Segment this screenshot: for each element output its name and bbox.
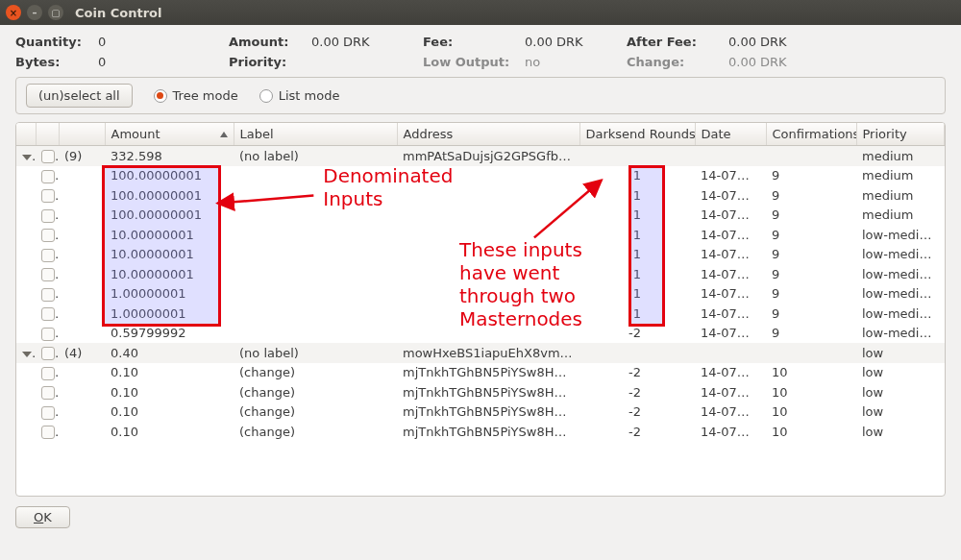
col-conf[interactable]: Confirmations bbox=[766, 123, 856, 146]
row-rounds: 1 bbox=[579, 304, 695, 324]
col-rounds[interactable]: Darksend Rounds bbox=[579, 123, 695, 146]
window-maximize-icon[interactable]: ▢ bbox=[48, 5, 63, 20]
row-date: 14-07… bbox=[695, 304, 766, 324]
table-row[interactable]: 100.00000001114-07…9medium bbox=[16, 206, 945, 226]
table-group-row[interactable]: (4)0.40(no label)mowHxeBS1iapuEhX8vm…low bbox=[16, 343, 945, 363]
row-checkbox[interactable] bbox=[41, 189, 55, 203]
row-amount: 0.10 bbox=[105, 382, 234, 402]
row-count bbox=[59, 382, 105, 402]
row-priority: low-medium bbox=[856, 225, 945, 245]
change-label: Change: bbox=[627, 55, 723, 69]
row-confirmations: 9 bbox=[766, 264, 856, 284]
col-toggle[interactable] bbox=[16, 123, 36, 146]
row-count: (9) bbox=[59, 146, 105, 166]
row-label bbox=[234, 185, 397, 206]
table-row[interactable]: 10.00000001114-07…9low-medium bbox=[16, 225, 945, 245]
table-row[interactable]: 10.00000001114-07…9low-medium bbox=[16, 245, 945, 265]
row-rounds: 1 bbox=[579, 206, 695, 226]
row-checkbox[interactable] bbox=[41, 386, 55, 400]
ok-rest: K bbox=[43, 510, 52, 524]
table-row[interactable]: 1.00000001114-07…9low-medium bbox=[16, 284, 945, 304]
table-group-row[interactable]: (9)332.598(no label)mmPAtSaDujsjG2GPSGfb… bbox=[16, 146, 945, 166]
window-minimize-icon[interactable]: – bbox=[27, 5, 42, 20]
row-checkbox[interactable] bbox=[41, 406, 55, 420]
row-checkbox[interactable] bbox=[41, 150, 55, 163]
row-rounds: 1 bbox=[579, 264, 695, 284]
row-label bbox=[234, 225, 397, 245]
row-rounds: 1 bbox=[579, 185, 695, 206]
select-all-button[interactable]: (un)select all bbox=[26, 84, 133, 108]
radio-dot-icon bbox=[259, 89, 273, 103]
table-row[interactable]: 1.00000001114-07…9low-medium bbox=[16, 304, 945, 324]
tree-mode-radio[interactable]: Tree mode bbox=[154, 88, 238, 103]
row-address bbox=[397, 245, 579, 265]
afterfee-value: 0.00 DRK bbox=[728, 35, 844, 49]
expand-toggle-icon[interactable] bbox=[22, 155, 32, 160]
row-priority: medium bbox=[856, 146, 945, 166]
table-row[interactable]: 0.59799992-214-07…9low-medium bbox=[16, 324, 945, 344]
row-date: 14-07… bbox=[695, 284, 766, 304]
row-count: (4) bbox=[59, 343, 105, 363]
row-checkbox[interactable] bbox=[41, 307, 55, 321]
lowoutput-value: no bbox=[525, 55, 621, 69]
table-row[interactable]: 10.00000001114-07…9low-medium bbox=[16, 264, 945, 284]
table-row[interactable]: 0.10(change)mjTnkhTGhBN5PiYSw8H…-214-07…… bbox=[16, 402, 945, 423]
window-close-icon[interactable]: × bbox=[6, 5, 21, 20]
row-date: 14-07… bbox=[695, 245, 766, 265]
row-checkbox[interactable] bbox=[41, 426, 55, 439]
row-checkbox[interactable] bbox=[41, 209, 55, 223]
col-date[interactable]: Date bbox=[695, 123, 766, 146]
tree-mode-label: Tree mode bbox=[173, 88, 238, 103]
col-amount[interactable]: Amount bbox=[105, 123, 234, 146]
row-count bbox=[59, 166, 105, 186]
row-amount: 100.00000001 bbox=[105, 166, 234, 186]
row-rounds: 1 bbox=[579, 166, 695, 186]
row-priority: low-medium bbox=[856, 284, 945, 304]
row-priority: low-medium bbox=[856, 264, 945, 284]
row-checkbox[interactable] bbox=[41, 170, 55, 183]
bytes-value: 0 bbox=[98, 55, 223, 69]
row-label bbox=[234, 206, 397, 226]
row-rounds bbox=[579, 146, 695, 166]
row-checkbox[interactable] bbox=[41, 328, 55, 341]
table-row[interactable]: 0.10(change)mjTnkhTGhBN5PiYSw8H…-214-07…… bbox=[16, 422, 945, 442]
row-count bbox=[59, 304, 105, 324]
row-confirmations: 9 bbox=[766, 284, 856, 304]
col-check[interactable] bbox=[36, 123, 59, 146]
row-count bbox=[59, 264, 105, 284]
row-address: mjTnkhTGhBN5PiYSw8H… bbox=[397, 422, 579, 442]
sort-asc-icon bbox=[220, 132, 228, 137]
row-checkbox[interactable] bbox=[41, 367, 55, 380]
quantity-label: Quantity: bbox=[15, 35, 92, 49]
row-count bbox=[59, 363, 105, 383]
col-label[interactable]: Label bbox=[234, 123, 397, 146]
table-row[interactable]: 100.00000001114-07…9medium bbox=[16, 166, 945, 186]
row-amount: 10.00000001 bbox=[105, 225, 234, 245]
expand-toggle-icon[interactable] bbox=[22, 352, 32, 357]
list-mode-radio[interactable]: List mode bbox=[259, 88, 340, 103]
row-address: mjTnkhTGhBN5PiYSw8H… bbox=[397, 402, 579, 423]
row-date: 14-07… bbox=[695, 363, 766, 383]
change-value: 0.00 DRK bbox=[728, 55, 844, 69]
table-row[interactable]: 0.10(change)mjTnkhTGhBN5PiYSw8H…-214-07…… bbox=[16, 363, 945, 383]
row-label bbox=[234, 324, 397, 344]
row-label bbox=[234, 166, 397, 186]
row-checkbox[interactable] bbox=[41, 347, 55, 360]
row-checkbox[interactable] bbox=[41, 288, 55, 302]
row-confirmations bbox=[766, 343, 856, 363]
col-prio[interactable]: Priority bbox=[856, 123, 945, 146]
ok-button[interactable]: OK bbox=[15, 506, 70, 528]
row-checkbox[interactable] bbox=[41, 268, 55, 281]
afterfee-label: After Fee: bbox=[627, 35, 723, 49]
row-amount: 0.40 bbox=[105, 343, 234, 363]
row-date: 14-07… bbox=[695, 225, 766, 245]
row-address: mjTnkhTGhBN5PiYSw8H… bbox=[397, 363, 579, 383]
fee-value: 0.00 DRK bbox=[525, 35, 621, 49]
row-confirmations: 10 bbox=[766, 382, 856, 402]
row-checkbox[interactable] bbox=[41, 249, 55, 262]
table-row[interactable]: 100.00000001114-07…9medium bbox=[16, 185, 945, 206]
col-count[interactable] bbox=[59, 123, 105, 146]
row-checkbox[interactable] bbox=[41, 229, 55, 242]
table-row[interactable]: 0.10(change)mjTnkhTGhBN5PiYSw8H…-214-07…… bbox=[16, 382, 945, 402]
col-address[interactable]: Address bbox=[397, 123, 579, 146]
